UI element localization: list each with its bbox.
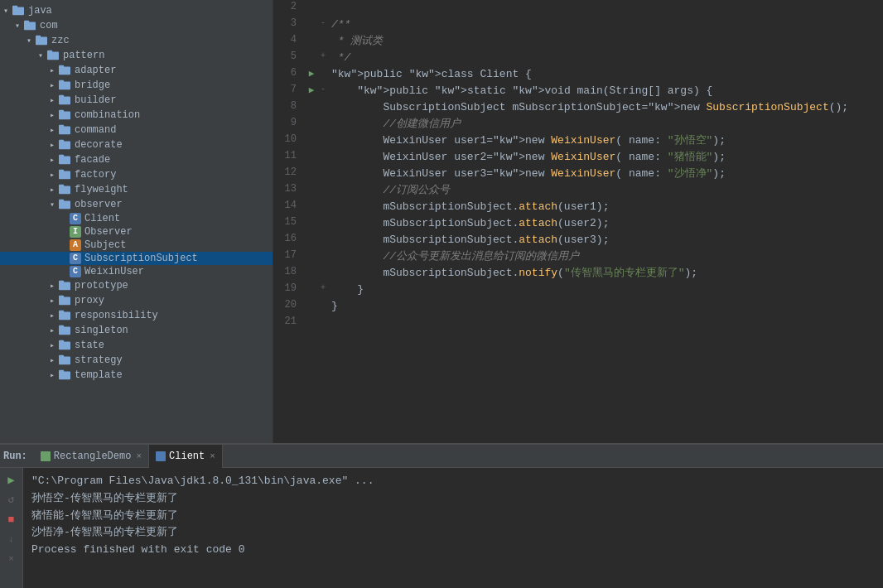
tree-item-bridge[interactable]: ▸bridge <box>0 78 273 93</box>
fold-marker[interactable] <box>318 248 328 265</box>
run-arrow[interactable] <box>305 149 318 166</box>
code-content: WeixinUser user3="kw">new WeixinUser( na… <box>328 166 883 182</box>
tree-item-template[interactable]: ▸template <box>0 368 273 383</box>
run-arrow[interactable] <box>305 182 318 199</box>
close-console-button[interactable]: × <box>3 551 20 567</box>
tree-arrow[interactable]: ▸ <box>46 296 58 306</box>
tree-arrow[interactable]: ▾ <box>12 21 23 31</box>
tree-item-decorate[interactable]: ▸decorate <box>0 137 273 152</box>
rerun-button[interactable]: ↺ <box>3 491 20 508</box>
close-rectangle-tab[interactable]: × <box>136 451 142 461</box>
fold-marker[interactable] <box>318 182 328 199</box>
tree-item-prototype[interactable]: ▸prototype <box>0 278 273 293</box>
tree-arrow[interactable]: ▾ <box>0 6 12 16</box>
run-arrow[interactable] <box>305 199 318 215</box>
tree-item-responsibility[interactable]: ▸responsibility <box>0 308 273 323</box>
run-arrow[interactable] <box>305 232 318 248</box>
play-button[interactable]: ▶ <box>3 471 20 488</box>
tree-arrow[interactable]: ▸ <box>46 80 58 90</box>
tree-arrow[interactable]: ▸ <box>46 325 58 335</box>
tree-arrow[interactable]: ▸ <box>46 125 58 135</box>
tree-item-subscriptionsubject[interactable]: CSubscriptionSubject <box>0 252 273 265</box>
tree-arrow[interactable]: ▸ <box>46 185 58 195</box>
tree-icon-decorate <box>58 138 71 152</box>
tree-arrow[interactable]: ▸ <box>46 281 58 291</box>
run-arrow[interactable] <box>305 282 318 298</box>
fold-marker[interactable] <box>318 265 328 282</box>
fold-marker[interactable]: - <box>318 83 328 99</box>
tree-item-flyweight[interactable]: ▸flyweight <box>0 182 273 197</box>
fold-marker[interactable] <box>318 199 328 215</box>
tree-arrow[interactable]: ▸ <box>46 140 58 150</box>
run-arrow[interactable] <box>305 33 318 50</box>
scroll-down-button[interactable]: ↓ <box>3 531 20 547</box>
run-arrow[interactable] <box>305 166 318 182</box>
run-arrow[interactable] <box>305 17 318 33</box>
run-arrow[interactable] <box>305 315 318 331</box>
tree-arrow[interactable]: ▸ <box>46 340 58 350</box>
run-arrow[interactable] <box>305 298 318 315</box>
tree-item-proxy[interactable]: ▸proxy <box>0 293 273 308</box>
run-arrow[interactable] <box>305 265 318 282</box>
tree-item-observer[interactable]: IObserver <box>0 225 273 239</box>
tree-item-combination[interactable]: ▸combination <box>0 108 273 123</box>
tab-client[interactable]: Client × <box>149 445 223 468</box>
tree-item-builder[interactable]: ▸builder <box>0 93 273 108</box>
tab-rectangle-demo[interactable]: RectangleDemo × <box>34 445 149 468</box>
tree-arrow[interactable]: ▸ <box>46 110 58 120</box>
tree-item-facade[interactable]: ▸facade <box>0 152 273 167</box>
tree-item-com[interactable]: ▾com <box>0 18 273 33</box>
tree-arrow[interactable]: ▸ <box>46 311 58 321</box>
run-arrow[interactable]: ▶ <box>305 66 318 83</box>
tree-item-java[interactable]: ▾java <box>0 3 273 18</box>
tree-arrow[interactable]: ▸ <box>46 170 58 180</box>
fold-marker[interactable]: + <box>318 282 328 298</box>
fold-marker[interactable] <box>318 315 328 331</box>
close-client-tab[interactable]: × <box>210 451 215 461</box>
fold-marker[interactable] <box>318 298 328 315</box>
tree-item-state[interactable]: ▸state <box>0 338 273 353</box>
fold-marker[interactable] <box>318 166 328 182</box>
fold-marker[interactable] <box>318 133 328 149</box>
tree-item-client[interactable]: CClient <box>0 212 273 225</box>
fold-marker[interactable] <box>318 99 328 116</box>
fold-marker[interactable] <box>318 149 328 166</box>
tree-item-observer[interactable]: ▾observer <box>0 197 273 212</box>
tree-arrow[interactable]: ▸ <box>46 370 58 380</box>
fold-marker[interactable] <box>318 33 328 50</box>
tree-item-pattern[interactable]: ▾pattern <box>0 48 273 63</box>
tree-arrow[interactable]: ▸ <box>46 355 58 365</box>
fold-marker[interactable]: + <box>318 50 328 66</box>
tree-item-subject[interactable]: ASubject <box>0 239 273 252</box>
tree-item-weixinuser[interactable]: CWeixinUser <box>0 265 273 278</box>
run-arrow[interactable] <box>305 0 318 17</box>
run-arrow[interactable] <box>305 215 318 232</box>
tree-item-singleton[interactable]: ▸singleton <box>0 323 273 338</box>
tree-arrow[interactable]: ▾ <box>46 200 58 210</box>
run-arrow[interactable] <box>305 116 318 133</box>
fold-marker[interactable] <box>318 0 328 17</box>
tree-arrow[interactable]: ▾ <box>23 36 35 46</box>
file-tree[interactable]: ▾java▾com▾zzc▾pattern▸adapter▸bridge▸bui… <box>0 0 273 443</box>
tree-arrow[interactable]: ▸ <box>46 95 58 105</box>
tree-item-adapter[interactable]: ▸adapter <box>0 63 273 78</box>
line-number: 5 <box>273 50 305 66</box>
tree-item-zzc[interactable]: ▾zzc <box>0 33 273 48</box>
tree-item-strategy[interactable]: ▸strategy <box>0 353 273 368</box>
run-arrow[interactable] <box>305 99 318 116</box>
fold-marker[interactable] <box>318 66 328 83</box>
tree-arrow[interactable]: ▾ <box>35 51 46 60</box>
tree-arrow[interactable]: ▸ <box>46 65 58 75</box>
run-arrow[interactable]: ▶ <box>305 83 318 99</box>
run-arrow[interactable] <box>305 133 318 149</box>
fold-marker[interactable] <box>318 232 328 248</box>
run-arrow[interactable] <box>305 248 318 265</box>
tree-item-factory[interactable]: ▸factory <box>0 167 273 182</box>
fold-marker[interactable] <box>318 116 328 133</box>
stop-button[interactable]: ■ <box>3 511 20 528</box>
tree-item-command[interactable]: ▸command <box>0 123 273 137</box>
fold-marker[interactable]: - <box>318 17 328 33</box>
run-arrow[interactable] <box>305 50 318 66</box>
fold-marker[interactable] <box>318 215 328 232</box>
tree-arrow[interactable]: ▸ <box>46 155 58 165</box>
